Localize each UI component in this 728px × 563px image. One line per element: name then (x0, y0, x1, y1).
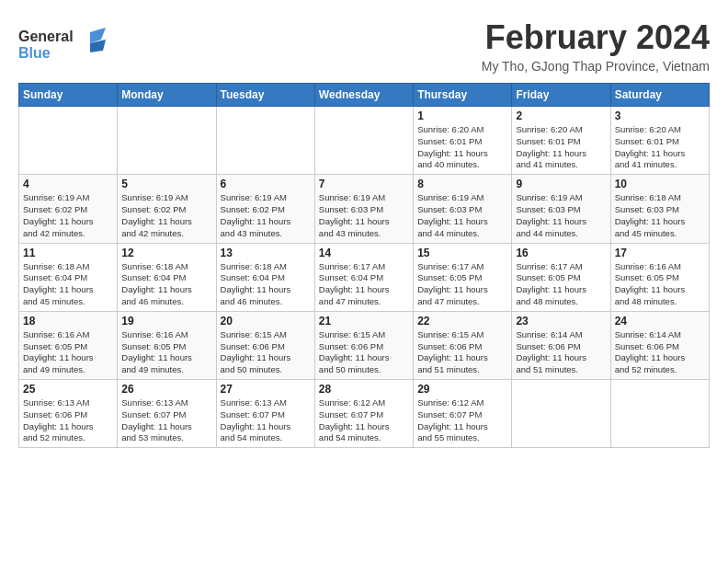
calendar-cell (610, 380, 709, 448)
day-number: 13 (221, 247, 311, 259)
calendar-cell: 22Sunrise: 6:15 AM Sunset: 6:06 PM Dayli… (414, 311, 512, 379)
day-number: 6 (221, 178, 311, 190)
day-header-wednesday: Wednesday (314, 84, 413, 107)
day-info: Sunrise: 6:18 AM Sunset: 6:04 PM Dayligh… (23, 261, 113, 308)
calendar-week-5: 25Sunrise: 6:13 AM Sunset: 6:06 PM Dayli… (19, 380, 710, 448)
calendar-cell: 26Sunrise: 6:13 AM Sunset: 6:07 PM Dayli… (118, 380, 216, 448)
calendar-cell: 19Sunrise: 6:16 AM Sunset: 6:05 PM Dayli… (118, 311, 216, 379)
day-number: 5 (121, 178, 211, 190)
day-number: 9 (516, 178, 606, 190)
day-number: 16 (516, 247, 606, 259)
day-info: Sunrise: 6:19 AM Sunset: 6:02 PM Dayligh… (221, 192, 311, 239)
day-number: 10 (615, 178, 705, 190)
day-number: 28 (319, 383, 409, 396)
day-info: Sunrise: 6:16 AM Sunset: 6:05 PM Dayligh… (23, 329, 113, 376)
day-header-sunday: Sunday (19, 84, 118, 107)
day-number: 3 (615, 109, 705, 122)
day-info: Sunrise: 6:20 AM Sunset: 6:01 PM Dayligh… (417, 124, 507, 171)
day-info: Sunrise: 6:17 AM Sunset: 6:05 PM Dayligh… (516, 261, 606, 308)
day-info: Sunrise: 6:18 AM Sunset: 6:04 PM Dayligh… (221, 261, 311, 308)
day-number: 19 (121, 315, 211, 327)
day-number: 27 (221, 383, 311, 396)
calendar-table: SundayMondayTuesdayWednesdayThursdayFrid… (18, 83, 710, 448)
location-subtitle: My Tho, GJong Thap Province, Vietnam (482, 59, 710, 74)
day-info: Sunrise: 6:18 AM Sunset: 6:04 PM Dayligh… (121, 261, 211, 308)
calendar-cell: 10Sunrise: 6:18 AM Sunset: 6:03 PM Dayli… (610, 175, 709, 243)
day-number: 26 (121, 383, 211, 396)
calendar-cell: 17Sunrise: 6:16 AM Sunset: 6:05 PM Dayli… (610, 243, 709, 311)
calendar-cell: 4Sunrise: 6:19 AM Sunset: 6:02 PM Daylig… (19, 175, 118, 243)
day-info: Sunrise: 6:15 AM Sunset: 6:06 PM Dayligh… (417, 329, 507, 376)
day-number: 22 (417, 315, 507, 327)
day-info: Sunrise: 6:19 AM Sunset: 6:03 PM Dayligh… (417, 192, 507, 239)
day-number: 15 (417, 247, 507, 259)
calendar-cell: 2Sunrise: 6:20 AM Sunset: 6:01 PM Daylig… (512, 107, 610, 175)
calendar-week-3: 11Sunrise: 6:18 AM Sunset: 6:04 PM Dayli… (19, 243, 710, 311)
day-info: Sunrise: 6:19 AM Sunset: 6:03 PM Dayligh… (516, 192, 606, 239)
day-number: 29 (417, 383, 507, 396)
calendar-cell (19, 107, 118, 175)
day-number: 4 (23, 178, 113, 190)
day-header-tuesday: Tuesday (216, 84, 314, 107)
day-info: Sunrise: 6:20 AM Sunset: 6:01 PM Dayligh… (615, 124, 705, 171)
calendar-cell: 9Sunrise: 6:19 AM Sunset: 6:03 PM Daylig… (512, 175, 610, 243)
page-header: General Blue February 2024 My Tho, GJong… (18, 18, 710, 74)
calendar-cell: 12Sunrise: 6:18 AM Sunset: 6:04 PM Dayli… (118, 243, 216, 311)
calendar-cell: 5Sunrise: 6:19 AM Sunset: 6:02 PM Daylig… (118, 175, 216, 243)
day-header-friday: Friday (512, 84, 610, 107)
day-number: 12 (121, 247, 211, 259)
calendar-cell (216, 107, 314, 175)
logo: General Blue (18, 23, 119, 68)
day-number: 20 (221, 315, 311, 327)
day-info: Sunrise: 6:19 AM Sunset: 6:02 PM Dayligh… (23, 192, 113, 239)
day-info: Sunrise: 6:15 AM Sunset: 6:06 PM Dayligh… (319, 329, 409, 376)
day-number: 25 (23, 383, 113, 396)
calendar-week-2: 4Sunrise: 6:19 AM Sunset: 6:02 PM Daylig… (19, 175, 710, 243)
calendar-cell: 8Sunrise: 6:19 AM Sunset: 6:03 PM Daylig… (414, 175, 512, 243)
day-info: Sunrise: 6:14 AM Sunset: 6:06 PM Dayligh… (516, 329, 606, 376)
calendar-cell (118, 107, 216, 175)
day-info: Sunrise: 6:20 AM Sunset: 6:01 PM Dayligh… (516, 124, 606, 171)
calendar-cell: 20Sunrise: 6:15 AM Sunset: 6:06 PM Dayli… (216, 311, 314, 379)
day-info: Sunrise: 6:17 AM Sunset: 6:04 PM Dayligh… (319, 261, 409, 308)
day-number: 2 (516, 109, 606, 122)
calendar-header-row: SundayMondayTuesdayWednesdayThursdayFrid… (19, 84, 710, 107)
day-info: Sunrise: 6:14 AM Sunset: 6:06 PM Dayligh… (615, 329, 705, 376)
calendar-week-1: 1Sunrise: 6:20 AM Sunset: 6:01 PM Daylig… (19, 107, 710, 175)
calendar-cell: 24Sunrise: 6:14 AM Sunset: 6:06 PM Dayli… (610, 311, 709, 379)
calendar-cell: 7Sunrise: 6:19 AM Sunset: 6:03 PM Daylig… (314, 175, 413, 243)
day-number: 8 (417, 178, 507, 190)
calendar-cell: 28Sunrise: 6:12 AM Sunset: 6:07 PM Dayli… (314, 380, 413, 448)
day-info: Sunrise: 6:13 AM Sunset: 6:07 PM Dayligh… (221, 397, 311, 444)
calendar-cell (314, 107, 413, 175)
calendar-cell: 21Sunrise: 6:15 AM Sunset: 6:06 PM Dayli… (314, 311, 413, 379)
calendar-cell: 6Sunrise: 6:19 AM Sunset: 6:02 PM Daylig… (216, 175, 314, 243)
calendar-cell: 29Sunrise: 6:12 AM Sunset: 6:07 PM Dayli… (414, 380, 512, 448)
calendar-cell: 11Sunrise: 6:18 AM Sunset: 6:04 PM Dayli… (19, 243, 118, 311)
calendar-cell: 3Sunrise: 6:20 AM Sunset: 6:01 PM Daylig… (610, 107, 709, 175)
day-info: Sunrise: 6:13 AM Sunset: 6:07 PM Dayligh… (121, 397, 211, 444)
calendar-cell: 14Sunrise: 6:17 AM Sunset: 6:04 PM Dayli… (314, 243, 413, 311)
day-header-thursday: Thursday (414, 84, 512, 107)
month-year-title: February 2024 (482, 18, 710, 57)
day-number: 11 (23, 247, 113, 259)
calendar-cell: 18Sunrise: 6:16 AM Sunset: 6:05 PM Dayli… (19, 311, 118, 379)
svg-text:Blue: Blue (18, 45, 51, 61)
calendar-cell: 27Sunrise: 6:13 AM Sunset: 6:07 PM Dayli… (216, 380, 314, 448)
title-block: February 2024 My Tho, GJong Thap Provinc… (482, 18, 710, 74)
logo-svg: General Blue (18, 23, 119, 64)
day-number: 17 (615, 247, 705, 259)
calendar-cell: 23Sunrise: 6:14 AM Sunset: 6:06 PM Dayli… (512, 311, 610, 379)
day-info: Sunrise: 6:17 AM Sunset: 6:05 PM Dayligh… (417, 261, 507, 308)
day-info: Sunrise: 6:16 AM Sunset: 6:05 PM Dayligh… (615, 261, 705, 308)
day-number: 18 (23, 315, 113, 327)
day-info: Sunrise: 6:12 AM Sunset: 6:07 PM Dayligh… (417, 397, 507, 444)
calendar-cell: 1Sunrise: 6:20 AM Sunset: 6:01 PM Daylig… (414, 107, 512, 175)
calendar-week-4: 18Sunrise: 6:16 AM Sunset: 6:05 PM Dayli… (19, 311, 710, 379)
logo-content: General Blue (18, 23, 119, 68)
calendar-cell (512, 380, 610, 448)
day-number: 21 (319, 315, 409, 327)
day-header-monday: Monday (118, 84, 216, 107)
calendar-cell: 16Sunrise: 6:17 AM Sunset: 6:05 PM Dayli… (512, 243, 610, 311)
day-number: 1 (417, 109, 507, 122)
